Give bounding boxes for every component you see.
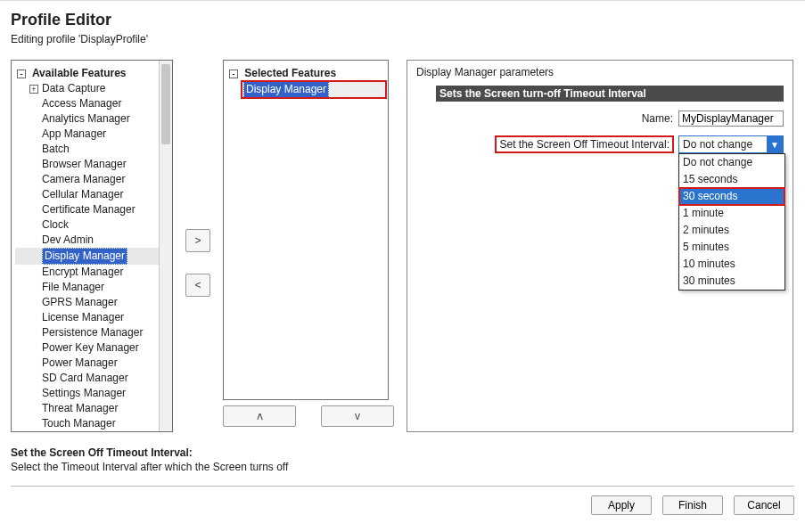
feature-label: Display Manager: [42, 248, 127, 265]
available-feature-item[interactable]: Persistence Manager: [15, 325, 170, 340]
parameters-panel: Display Manager parameters Sets the Scre…: [407, 60, 793, 432]
available-feature-item[interactable]: Dev Admin: [15, 233, 170, 248]
dropdown-option[interactable]: 1 minute: [679, 205, 784, 222]
page-subtitle: Editing profile 'DisplayProfile': [11, 33, 794, 45]
timeout-label: Set the Screen Off Timeout Interval:: [496, 136, 673, 152]
dropdown-option[interactable]: 30 seconds: [679, 188, 784, 205]
section-title-bar: Sets the Screen turn-off Timeout Interva…: [436, 86, 784, 102]
available-feature-item[interactable]: Clock: [15, 217, 170, 233]
chevron-down-icon[interactable]: ▼: [767, 136, 783, 152]
collapse-icon[interactable]: -: [229, 70, 238, 78]
scrollbar[interactable]: [159, 61, 172, 431]
footer-help-text: Select the Timeout Interval after which …: [11, 461, 794, 473]
available-feature-item[interactable]: SD Card Manager: [15, 371, 170, 386]
available-feature-item[interactable]: Encrypt Manager: [15, 265, 170, 280]
available-feature-item[interactable]: File Manager: [15, 280, 170, 295]
available-feature-item[interactable]: GPRS Manager: [15, 295, 170, 310]
collapse-icon[interactable]: -: [17, 70, 26, 78]
available-feature-item[interactable]: App Manager: [15, 127, 170, 142]
selected-feature-label: Display Manager: [243, 81, 329, 98]
available-feature-item[interactable]: Power Manager: [15, 356, 170, 371]
move-down-button[interactable]: v: [321, 405, 394, 427]
available-feature-item[interactable]: Analytics Manager: [15, 111, 170, 127]
name-input[interactable]: [678, 110, 784, 127]
dropdown-option[interactable]: 10 minutes: [679, 256, 784, 273]
dropdown-option[interactable]: 15 seconds: [679, 171, 784, 188]
available-feature-item[interactable]: Display Manager: [15, 248, 170, 265]
available-feature-item[interactable]: Threat Manager: [15, 401, 170, 416]
move-up-button[interactable]: ʌ: [223, 405, 296, 427]
dropdown-option[interactable]: 2 minutes: [679, 222, 784, 239]
footer-help-title: Set the Screen Off Timeout Interval:: [11, 446, 794, 459]
expand-icon[interactable]: +: [29, 85, 38, 94]
dropdown-option[interactable]: 5 minutes: [679, 239, 784, 256]
name-label: Name:: [642, 112, 673, 125]
available-features-panel: - Available Features +Data CaptureAccess…: [11, 60, 173, 432]
available-feature-item[interactable]: Power Key Manager: [15, 340, 170, 356]
add-button[interactable]: >: [185, 229, 210, 252]
selected-features-header: Selected Features: [244, 67, 336, 79]
page-title: Profile Editor: [11, 11, 794, 29]
available-features-header: Available Features: [32, 67, 127, 79]
combo-value: Do not change: [679, 138, 767, 151]
remove-button[interactable]: <: [185, 274, 210, 297]
selected-features-panel: - Selected Features Display Manager: [223, 60, 389, 400]
available-feature-item[interactable]: Cellular Manager: [15, 187, 170, 202]
dropdown-option[interactable]: Do not change: [679, 154, 784, 171]
available-feature-item[interactable]: Camera Manager: [15, 172, 170, 187]
available-feature-item[interactable]: Browser Manager: [15, 157, 170, 172]
available-feature-item[interactable]: Access Manager: [15, 96, 170, 111]
apply-button[interactable]: Apply: [591, 495, 652, 515]
scrollbar-thumb[interactable]: [161, 64, 170, 144]
available-feature-item[interactable]: Certificate Manager: [15, 202, 170, 217]
timeout-dropdown[interactable]: Do not change15 seconds30 seconds1 minut…: [678, 153, 785, 291]
available-feature-item[interactable]: Settings Manager: [15, 386, 170, 401]
available-feature-item[interactable]: License Manager: [15, 310, 170, 325]
finish-button[interactable]: Finish: [662, 495, 723, 515]
cancel-button[interactable]: Cancel: [734, 495, 794, 515]
selected-feature-row[interactable]: Display Manager: [242, 81, 386, 98]
timeout-combo[interactable]: Do not change ▼ Do not change15 seconds3…: [678, 135, 784, 153]
parameters-header: Display Manager parameters: [416, 66, 784, 78]
available-feature-item[interactable]: +Data Capture: [15, 81, 170, 96]
dropdown-option[interactable]: 30 minutes: [679, 273, 784, 290]
available-feature-item[interactable]: Touch Manager: [15, 416, 170, 431]
feature-label: Data Capture: [42, 82, 105, 94]
available-feature-item[interactable]: Batch: [15, 142, 170, 157]
